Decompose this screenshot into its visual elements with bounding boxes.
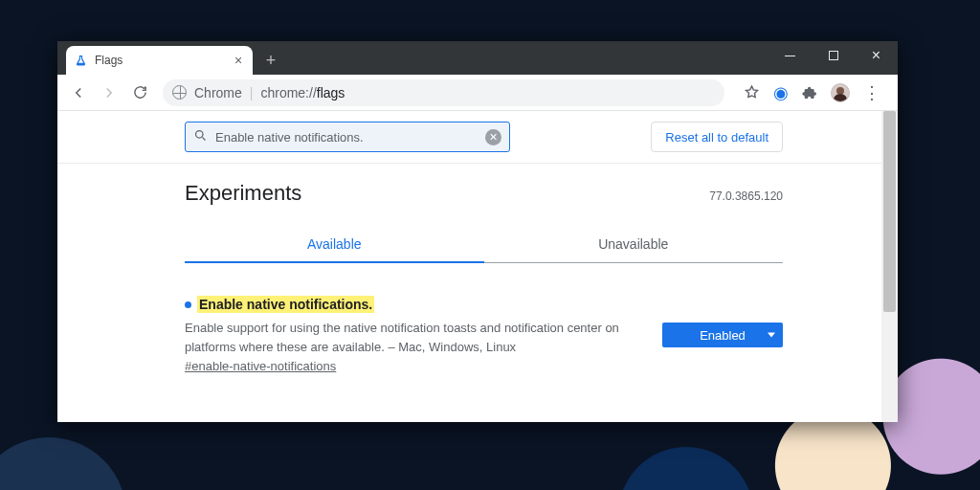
search-icon — [193, 128, 208, 146]
profile-avatar[interactable] — [831, 83, 850, 102]
toolbar: Chrome | chrome://flags ◉ ⋮ — [57, 75, 898, 111]
heading-row: Experiments 77.0.3865.120 — [185, 181, 783, 206]
svg-point-0 — [196, 130, 204, 138]
flags-tabs: Available Unavailable — [185, 227, 783, 263]
reset-all-button[interactable]: Reset all to default — [651, 122, 783, 152]
flag-hash-link[interactable]: #enable-native-notifications — [185, 359, 336, 373]
svg-line-1 — [202, 137, 205, 140]
flags-body: Experiments 77.0.3865.120 Available Unav… — [185, 181, 783, 374]
search-input[interactable] — [215, 130, 478, 145]
modified-dot-icon — [185, 301, 191, 308]
bookmark-star-icon[interactable] — [744, 84, 760, 100]
address-path: chrome://flags — [260, 85, 345, 100]
version-text: 77.0.3865.120 — [709, 189, 783, 203]
globe-icon — [172, 85, 187, 100]
flag-control: Enabled — [662, 296, 783, 374]
toolbar-icons: ◉ ⋮ — [734, 82, 890, 103]
tab-close-icon[interactable]: × — [232, 54, 245, 67]
reload-button[interactable] — [126, 79, 153, 106]
flags-topbar: ✕ Reset all to default — [57, 111, 881, 164]
tab-title: Flags — [95, 54, 224, 67]
window-controls: × — [768, 41, 898, 70]
address-separator: | — [250, 85, 254, 100]
tab-available[interactable]: Available — [185, 227, 484, 263]
browser-window: Flags × + × Chrome | chrome://flags — [57, 41, 898, 422]
flag-description: Enable support for using the native noti… — [185, 319, 645, 356]
maximize-button[interactable] — [812, 41, 855, 70]
close-window-button[interactable]: × — [855, 41, 898, 70]
back-button[interactable] — [65, 79, 92, 106]
titlebar: Flags × + × — [57, 41, 898, 75]
extensions-icon[interactable] — [802, 85, 817, 100]
flag-title: Enable native notifications. — [197, 296, 374, 313]
forward-button — [96, 79, 122, 106]
flags-page: ✕ Reset all to default Experiments 77.0.… — [57, 111, 881, 422]
clear-search-icon[interactable]: ✕ — [485, 129, 501, 145]
minimize-button[interactable] — [768, 41, 812, 70]
tab-unavailable[interactable]: Unavailable — [484, 227, 784, 263]
flag-entry: Enable native notifications. Enable supp… — [185, 296, 783, 374]
scrollbar[interactable] — [881, 111, 898, 422]
flag-info: Enable native notifications. Enable supp… — [185, 296, 645, 374]
scrollbar-thumb[interactable] — [883, 111, 896, 312]
new-tab-button[interactable]: + — [258, 48, 283, 73]
flag-state-select[interactable]: Enabled — [662, 323, 783, 347]
address-bar[interactable]: Chrome | chrome://flags — [163, 79, 724, 106]
menu-icon[interactable]: ⋮ — [863, 84, 880, 101]
page-title: Experiments — [185, 181, 301, 206]
flags-search[interactable]: ✕ — [185, 122, 510, 152]
browser-tab[interactable]: Flags × — [66, 46, 253, 75]
content-area: ✕ Reset all to default Experiments 77.0.… — [57, 111, 898, 422]
flask-icon — [74, 54, 87, 67]
extension-badge-icon[interactable]: ◉ — [773, 82, 789, 103]
address-scheme: Chrome — [194, 85, 242, 100]
